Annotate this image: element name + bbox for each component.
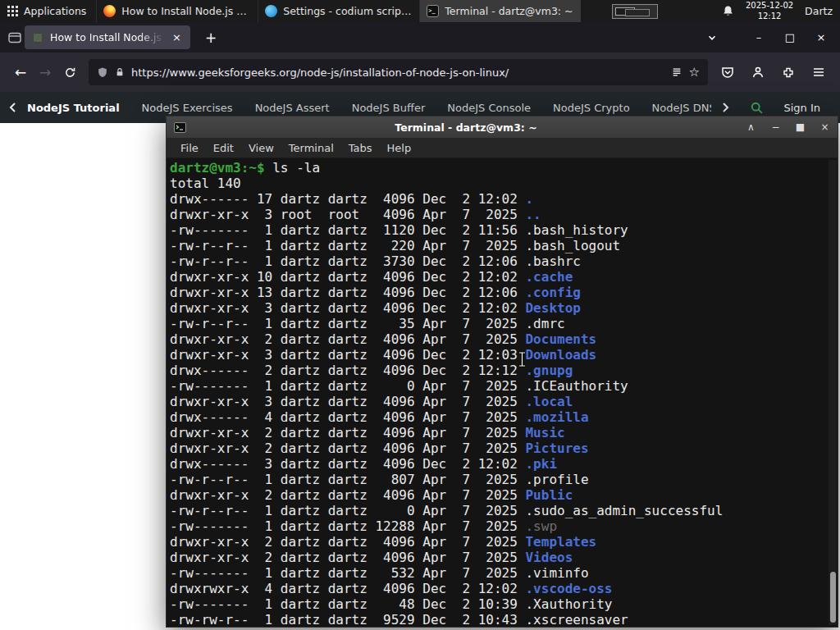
task-list: How to Install Node.js o...Settings - co… [96, 0, 581, 22]
account-icon[interactable] [751, 66, 765, 79]
notification-bell-icon[interactable] [722, 5, 734, 17]
terminal-line: drwxr-xr-x 2 dartz dartz 4096 Apr 7 2025… [170, 550, 838, 565]
terminal-window: Terminal - dartz@vm3: ~ ∧ − ■ × FileEdit… [166, 116, 838, 628]
back-button[interactable]: ← [8, 64, 33, 80]
firefox-icon [103, 5, 116, 17]
gfg-nav-item[interactable]: NodeJS Exercises [142, 102, 233, 114]
terminal-line: -rw------- 1 dartz dartz 0 Apr 7 2025 .I… [170, 378, 838, 394]
url-bar[interactable]: https://www.geeksforgeeks.org/node-js/in… [89, 59, 708, 85]
browser-maximize-button[interactable]: □ [784, 31, 796, 43]
terminal-minimize-button[interactable]: − [770, 121, 781, 133]
reload-button[interactable] [57, 66, 82, 79]
terminal-line: drwxr-xr-x 3 dartz dartz 4096 Apr 7 2025… [170, 394, 838, 409]
sign-in-button[interactable]: Sign In [783, 102, 820, 114]
extensions-puzzle-icon[interactable] [782, 66, 795, 79]
terminal-menu-help[interactable]: Help [380, 142, 419, 154]
terminal-line: -rw-rw-r-- 1 dartz dartz 9529 Dec 2 10:4… [170, 612, 838, 627]
terminal-close-button[interactable]: × [819, 121, 830, 133]
terminal-titlebar[interactable]: Terminal - dartz@vm3: ~ ∧ − ■ × [167, 116, 838, 138]
browser-tab[interactable]: How to Install Node.js on... × [25, 25, 190, 49]
terminal-line: drwxr-xr-x 2 dartz dartz 4096 Apr 7 2025… [170, 534, 838, 550]
terminal-scrollbar[interactable] [829, 160, 837, 625]
terminal-line: -rw-r--r-- 1 dartz dartz 0 Apr 7 2025 .s… [170, 503, 838, 518]
terminal-line: -rw-r--r-- 1 dartz dartz 35 Apr 7 2025 .… [170, 316, 838, 331]
terminal-line: -rw-r--r-- 1 dartz dartz 807 Apr 7 2025 … [170, 472, 838, 487]
terminal-line: drwxr-xr-x 2 dartz dartz 4096 Apr 7 2025… [170, 487, 838, 503]
applications-grid-icon [7, 6, 18, 16]
user-label: Dartz [805, 5, 833, 17]
terminal-menu-terminal[interactable]: Terminal [281, 142, 341, 154]
gfg-nav-item[interactable]: NodeJS Console [447, 102, 531, 114]
gfg-nav-item[interactable]: NodeJS Buffer [352, 102, 426, 114]
terminal-line: total 140 [170, 176, 838, 191]
taskbar-button-label: Settings - codium script... [283, 5, 413, 17]
taskbar-button[interactable]: Terminal - dartz@vm3: ~ [419, 0, 581, 22]
terminal-line: drwxr-xr-x 3 dartz dartz 4096 Dec 2 12:0… [170, 347, 838, 363]
terminal-line: drwx------ 3 dartz dartz 4096 Dec 2 12:0… [170, 456, 838, 472]
codium-icon [265, 5, 277, 17]
taskbar-button-label: How to Install Node.js o... [121, 5, 251, 17]
url-text[interactable]: https://www.geeksforgeeks.org/node-js/in… [131, 66, 664, 79]
pager-mini-window [625, 9, 650, 16]
workspace-pager[interactable] [612, 4, 658, 19]
search-icon[interactable] [750, 101, 764, 115]
terminal-scrollbar-thumb[interactable] [830, 572, 836, 623]
toolbar-right-icons [714, 66, 832, 79]
terminal-line: drwx------ 4 dartz dartz 4096 Apr 7 2025… [170, 409, 838, 425]
reader-view-icon[interactable] [671, 66, 682, 78]
tab-title: How to Install Node.js on... [50, 31, 164, 43]
gfg-nav-item[interactable]: NodeJS Tutorial [27, 102, 120, 114]
terminal-line: dartz@vm3:~$ ls -la [170, 160, 838, 176]
tracking-shield-icon[interactable] [97, 66, 108, 79]
tab-close-icon[interactable]: × [171, 31, 183, 43]
navigation-toolbar: ← → https://www.geeksforgeeks.org/node-j… [0, 52, 840, 92]
terminal-output[interactable]: dartz@vm3:~$ ls -latotal 140drwx------ 1… [167, 158, 838, 627]
menu-hamburger-icon[interactable] [812, 66, 825, 79]
clock-time: 12:12 [746, 11, 793, 22]
top-panel: Applications How to Install Node.js o...… [0, 0, 840, 22]
clock[interactable]: 2025-12-02 12:12 [746, 1, 793, 21]
gfg-nav-item[interactable]: NodeJS DNS [652, 102, 712, 114]
terminal-line: -rw-r--r-- 1 dartz dartz 220 Apr 7 2025 … [170, 238, 838, 253]
taskbar-button[interactable]: How to Install Node.js o... [96, 0, 258, 22]
terminal-line: drwxr-xr-x 3 root root 4096 Apr 7 2025 .… [170, 207, 838, 222]
terminal-line: drwx------ 17 dartz dartz 4096 Dec 2 12:… [170, 191, 838, 207]
gfg-nav-right: Sign In [721, 101, 832, 115]
taskbar-button-label: Terminal - dartz@vm3: ~ [445, 5, 573, 17]
terminal-lines: dartz@vm3:~$ ls -latotal 140drwx------ 1… [170, 160, 838, 627]
terminal-rollup-button[interactable]: ∧ [746, 121, 756, 133]
browser-minimize-button[interactable]: – [753, 31, 765, 43]
pocket-icon[interactable] [721, 66, 734, 79]
new-tab-button[interactable]: + [200, 30, 221, 46]
browser-window-controls: – □ × [753, 31, 833, 43]
terminal-line: drwx------ 2 dartz dartz 4096 Dec 2 12:1… [170, 363, 838, 378]
terminal-line: drwxr-xr-x 3 dartz dartz 4096 Dec 2 12:0… [170, 300, 838, 316]
nav-scroll-left-icon[interactable] [8, 102, 17, 113]
bookmark-star-icon[interactable]: ☆ [689, 65, 700, 80]
terminal-menu-file[interactable]: File [173, 142, 206, 154]
mouse-ibeam-cursor [517, 351, 527, 368]
terminal-menu-tabs[interactable]: Tabs [341, 142, 380, 154]
applications-menu-button[interactable]: Applications [0, 0, 96, 22]
tab-bar: How to Install Node.js on... × + – □ × [0, 22, 840, 52]
terminal-menubar: FileEditViewTerminalTabsHelp [167, 138, 838, 158]
terminal-window-controls: ∧ − ■ × [746, 121, 830, 133]
gfg-nav-item[interactable]: NodeJS Assert [255, 102, 330, 114]
terminal-line: drwxr-xr-x 2 dartz dartz 4096 Apr 7 2025… [170, 425, 838, 441]
terminal-maximize-button[interactable]: ■ [795, 121, 806, 133]
nav-scroll-right-icon[interactable] [721, 102, 730, 113]
taskbar-button[interactable]: Settings - codium script... [258, 0, 419, 22]
tab-favicon [32, 32, 43, 43]
list-all-tabs-icon[interactable] [707, 33, 717, 43]
terminal-menu-edit[interactable]: Edit [206, 142, 241, 154]
panel-right: 2025-12-02 12:12 Dartz [722, 1, 840, 21]
terminal-menu-view[interactable]: View [241, 142, 281, 154]
terminal-line: drwxr-xr-x 2 dartz dartz 4096 Apr 7 2025… [170, 441, 838, 456]
forward-button[interactable]: → [33, 64, 57, 80]
lock-icon[interactable] [115, 66, 125, 78]
terminal-line: drwxrwxr-x 4 dartz dartz 4096 Dec 2 12:0… [170, 581, 838, 596]
terminal-line: drwxr-xr-x 10 dartz dartz 4096 Dec 2 12:… [170, 269, 838, 285]
gfg-nav-item[interactable]: NodeJS Crypto [553, 102, 630, 114]
browser-close-button[interactable]: × [815, 31, 827, 43]
firefox-view-icon[interactable] [8, 32, 21, 43]
